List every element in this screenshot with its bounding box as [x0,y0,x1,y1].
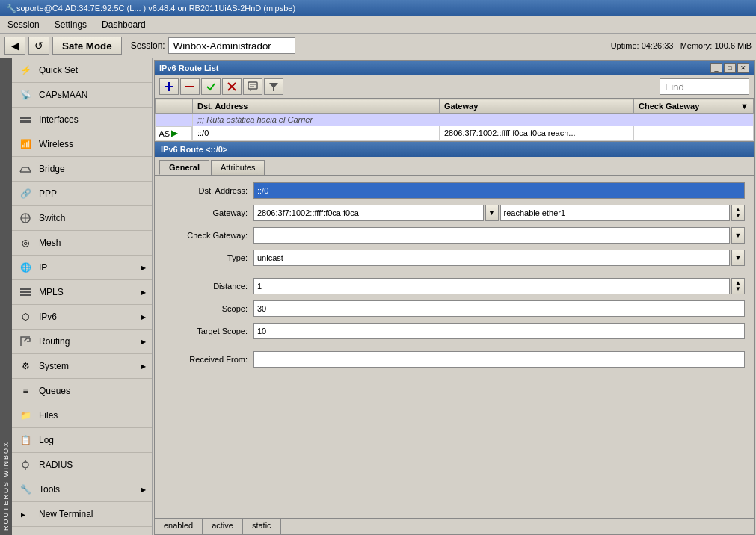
remove-route-button[interactable] [180,78,200,95]
distance-input[interactable] [253,278,730,294]
status-bar: enabled active static [155,518,754,534]
disable-route-button[interactable] [222,78,242,95]
check-gateway-row: Check Gateway: ▼ [164,226,745,244]
ip-icon: 🌐 [18,260,33,275]
sidebar-item-wireless[interactable]: 📶 Wireless [12,132,152,157]
window-controls: _ □ ✕ [710,63,749,73]
filter-button[interactable] [264,78,283,95]
check-gateway-dropdown-button[interactable]: ▼ [731,227,745,244]
window-restore-button[interactable]: □ [724,63,736,73]
distance-row: Distance: ▲ ▼ [164,277,745,295]
svg-point-9 [22,462,28,468]
gateway-input[interactable] [253,205,484,221]
menu-settings[interactable]: Settings [50,18,91,31]
sidebar-item-log[interactable]: 📋 Log [12,428,152,453]
sidebar-item-capsman[interactable]: 📡 CAPsMAAN [12,83,152,108]
safe-mode-button[interactable]: Safe Mode [52,37,122,55]
tools-arrow: ▶ [141,486,146,493]
session-label: Session: [131,40,165,51]
sidebar-item-mpls[interactable]: MPLS ▶ [12,280,152,305]
sidebar-item-quick-set[interactable]: ⚡ Quick Set [12,58,152,83]
tools-icon: 🔧 [18,482,33,497]
mpls-arrow: ▶ [141,289,146,296]
sidebar-item-ip[interactable]: 🌐 IP ▶ [12,256,152,280]
tab-general[interactable]: General [159,160,209,175]
scope-label: Scope: [164,304,253,313]
sidebar-item-queues[interactable]: ≡ Queues [12,379,152,403]
switch-icon [18,211,33,226]
system-icon: ⚙ [18,359,33,374]
row-flags: AS ▶ [156,126,193,140]
sidebar-item-bridge[interactable]: Bridge [12,157,152,182]
run-icon: ▶ [171,129,177,138]
sidebar-item-mesh[interactable]: ◎ Mesh [12,231,152,256]
sidebar-label-system: System [39,361,135,371]
wireless-icon: 📶 [18,137,33,152]
sidebar-item-routing[interactable]: Routing ▶ [12,330,152,354]
sidebar-item-new-terminal[interactable]: ▶_ New Terminal [12,502,152,527]
sidebar-item-radius[interactable]: RADIUS [12,453,152,477]
target-scope-input[interactable] [253,323,745,339]
forward-button[interactable]: ↺ [28,37,49,55]
received-from-input[interactable] [253,351,745,368]
sidebar-item-ipv6[interactable]: ⬡ IPv6 ▶ [12,305,152,330]
scope-input[interactable] [253,300,745,317]
route-detail-titlebar: IPv6 Route <::/0> [155,142,754,157]
sidebar-item-tools[interactable]: 🔧 Tools ▶ [12,477,152,502]
title-bar: 🔧 soporte@C4:AD:34:7E:92:5C (L... ) v6.4… [0,0,756,16]
sidebar-label-tools: Tools [39,484,135,495]
menu-bar: Session Settings Dashboard [0,16,756,34]
sidebar-item-files[interactable]: 📁 Files [12,403,152,428]
window-minimize-button[interactable]: _ [710,63,722,73]
distance-label: Distance: [164,282,253,291]
gateway-label: Gateway: [164,208,253,217]
log-icon: 📋 [18,433,33,448]
menu-dashboard[interactable]: Dashboard [97,18,150,31]
back-button[interactable]: ◀ [4,37,25,55]
dst-address-input[interactable] [253,182,745,199]
memory-label: Memory: [680,41,713,50]
gateway-status-input[interactable] [500,205,731,221]
route-list-title: IPv6 Route List [159,64,218,72]
find-input[interactable] [660,78,749,95]
ip-arrow: ▶ [141,265,146,271]
enable-route-button[interactable] [201,78,221,95]
col-check-gateway[interactable]: Check Gateway ▼ [634,99,754,114]
type-input[interactable] [253,250,730,266]
table-row-comment[interactable]: ;;; Ruta estática hacia el Carrier [156,114,754,126]
route-table: Dst. Address Gateway Check Gateway ▼ [155,99,754,141]
sidebar-item-system[interactable]: ⚙ System ▶ [12,354,152,379]
queues-icon: ≡ [18,383,33,398]
col-check-gateway-dropdown[interactable]: ▼ [740,102,749,111]
sidebar-label-ipv6: IPv6 [39,312,135,322]
sidebar-item-ppp[interactable]: 🔗 PPP [12,182,152,206]
col-gateway[interactable]: Gateway [440,99,634,114]
sidebar-item-switch[interactable]: Switch [12,206,152,231]
comment-route-button[interactable] [243,78,262,95]
svg-rect-8 [20,294,31,296]
gateway-spin-button[interactable]: ▲ ▼ [731,205,745,221]
route-table-container: Dst. Address Gateway Check Gateway ▼ [155,99,754,142]
distance-group: ▲ ▼ [253,278,745,294]
sidebar-label-interfaces: Interfaces [39,114,146,125]
memory-value: 100.6 MiB [714,41,752,50]
table-row-0[interactable]: AS ▶ ::/0 2806:3f7:1002::ffff:f0ca:f0ca … [156,126,754,141]
route-detail-form: Dst. Address: Gateway: ▼ ▲ [155,176,754,379]
sidebar-item-interfaces[interactable]: Interfaces [12,108,152,132]
scope-row: Scope: [164,300,745,318]
session-input[interactable] [168,37,295,54]
add-route-button[interactable] [159,78,179,95]
route-detail-panel: IPv6 Route <::/0> General Attributes Dst… [155,142,754,519]
tab-attributes[interactable]: Attributes [211,160,265,175]
type-dropdown-button[interactable]: ▼ [731,250,745,266]
sidebar-item-windows[interactable]: ⊞ Windows ▶ [12,527,152,535]
row-dst: ::/0 [193,126,440,141]
svg-rect-6 [20,288,31,290]
svg-rect-14 [185,86,194,87]
check-gateway-input[interactable] [253,227,730,244]
window-close-button[interactable]: ✕ [737,63,749,73]
menu-session[interactable]: Session [3,18,44,31]
col-dst-address[interactable]: Dst. Address [193,99,440,114]
distance-spin-button[interactable]: ▲ ▼ [731,278,745,294]
gateway-dropdown-button[interactable]: ▼ [485,205,499,221]
